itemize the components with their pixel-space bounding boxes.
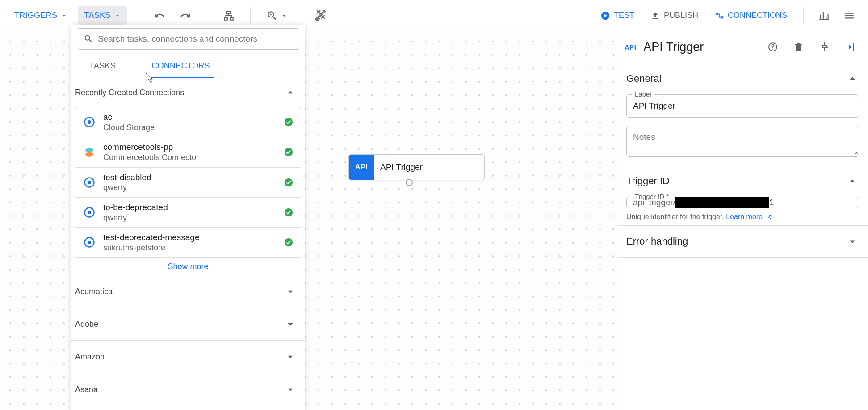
section-title: Error handling bbox=[626, 236, 688, 247]
trigger-id-redacted bbox=[675, 197, 769, 208]
tasks-dropdown[interactable]: TASKS bbox=[78, 6, 126, 25]
gcp-storage-icon bbox=[83, 236, 96, 249]
inspector-panel: API API Trigger General Label Trigger ID bbox=[617, 31, 868, 410]
connection-item[interactable]: commercetools-pp Commercetools Connector bbox=[75, 137, 301, 167]
search-field[interactable] bbox=[77, 28, 299, 50]
layout-button[interactable] bbox=[218, 5, 239, 26]
section-header-trigger-id[interactable]: Trigger ID bbox=[626, 165, 859, 197]
pin-button[interactable] bbox=[815, 38, 834, 56]
chevron-up-icon bbox=[846, 174, 859, 188]
help-button[interactable] bbox=[763, 38, 782, 56]
connection-name: to-be-deprecated bbox=[103, 202, 277, 213]
show-more-link[interactable]: Show more bbox=[168, 262, 208, 272]
trigger-id-helper: Unique identifier for the trigger. Learn… bbox=[626, 213, 859, 221]
gcp-storage-icon bbox=[83, 115, 96, 129]
toolbar-left: TRIGGERS TASKS bbox=[8, 5, 331, 26]
connection-list: ac Cloud Storage commercetools-pp Commer… bbox=[71, 107, 305, 275]
toolbar-divider bbox=[250, 7, 251, 24]
api-badge: API bbox=[625, 43, 636, 51]
section-general: General Label bbox=[617, 63, 868, 165]
magic-button[interactable] bbox=[310, 5, 331, 26]
gcp-storage-icon bbox=[83, 176, 96, 189]
publish-button[interactable]: PUBLISH bbox=[644, 6, 704, 25]
section-title: Recently Created Connections bbox=[75, 88, 184, 97]
svg-point-11 bbox=[88, 241, 91, 244]
connection-subtitle: Commercetools Connector bbox=[103, 152, 277, 163]
status-ok-icon bbox=[284, 237, 294, 247]
connection-name: ac bbox=[103, 112, 277, 123]
diagram-icon bbox=[223, 10, 235, 21]
triggers-label: TRIGGERS bbox=[14, 11, 57, 20]
section-header-error-handling[interactable]: Error handling bbox=[626, 226, 859, 257]
connection-text: test-deprecated-message sukruths-petstor… bbox=[103, 232, 277, 253]
search-input[interactable] bbox=[98, 34, 293, 44]
redo-button[interactable] bbox=[175, 5, 196, 26]
chevron-down-icon bbox=[114, 13, 121, 19]
triggers-dropdown[interactable]: TRIGGERS bbox=[8, 6, 73, 25]
undo-button[interactable] bbox=[149, 5, 170, 26]
connection-text: commercetools-pp Commercetools Connector bbox=[103, 142, 277, 162]
status-ok-icon bbox=[284, 147, 294, 157]
popover-tabs: TASKS CONNECTORS bbox=[71, 55, 305, 78]
pin-icon bbox=[819, 42, 830, 52]
section-trigger-id: Trigger ID Trigger ID * api_trigger/ 1 U… bbox=[617, 165, 868, 225]
group-item[interactable]: Asana bbox=[71, 373, 305, 406]
canvas-node-api-trigger[interactable]: API API Trigger bbox=[348, 154, 485, 180]
connection-subtitle: Cloud Storage bbox=[103, 123, 277, 133]
search-icon bbox=[84, 34, 93, 44]
zoom-controls bbox=[261, 5, 288, 26]
wand-icon bbox=[315, 10, 327, 21]
chevron-down-icon[interactable] bbox=[280, 12, 288, 20]
chevron-up-icon bbox=[846, 72, 859, 85]
toolbar-divider bbox=[803, 7, 804, 24]
notes-field[interactable] bbox=[626, 126, 859, 157]
analytics-button[interactable] bbox=[813, 5, 835, 26]
status-ok-icon bbox=[284, 117, 294, 127]
chevron-down-icon bbox=[284, 351, 297, 363]
node-output-port[interactable] bbox=[406, 179, 413, 186]
trigger-id-field[interactable]: Trigger ID * api_trigger/ 1 bbox=[626, 197, 859, 208]
tab-connectors[interactable]: CONNECTORS bbox=[147, 55, 214, 78]
group-label: Asana bbox=[75, 385, 98, 394]
collapse-panel-button[interactable] bbox=[841, 38, 860, 56]
search-wrap bbox=[77, 28, 299, 50]
test-button[interactable]: TEST bbox=[594, 6, 641, 25]
redo-icon bbox=[180, 10, 191, 21]
collapse-right-icon bbox=[845, 42, 856, 52]
zoom-in-icon bbox=[266, 10, 278, 21]
notes-textarea[interactable] bbox=[627, 126, 859, 155]
connection-item[interactable]: to-be-deprecated qwerty bbox=[75, 198, 301, 228]
status-ok-icon bbox=[284, 178, 294, 187]
section-title: General bbox=[626, 73, 661, 85]
label-field[interactable]: Label bbox=[626, 94, 859, 118]
group-item[interactable]: Amazon bbox=[71, 341, 305, 373]
trash-icon bbox=[793, 42, 804, 52]
group-item[interactable]: Adobe bbox=[71, 308, 305, 341]
connection-item[interactable]: test-deprecated-message sukruths-petstor… bbox=[75, 228, 301, 258]
chevron-up-icon bbox=[284, 86, 297, 99]
connection-item[interactable]: ac Cloud Storage bbox=[75, 107, 301, 137]
delete-button[interactable] bbox=[789, 38, 808, 56]
section-recent-connections[interactable]: Recently Created Connections bbox=[71, 78, 305, 107]
group-item[interactable]: Avalara bbox=[71, 406, 305, 410]
svg-point-8 bbox=[88, 211, 91, 214]
toolbar-divider bbox=[138, 7, 138, 24]
connections-button[interactable]: CONNECTIONS bbox=[708, 6, 793, 25]
group-item[interactable]: Acumatica bbox=[71, 275, 305, 308]
commercetools-icon bbox=[83, 145, 96, 159]
toolbar-divider bbox=[299, 7, 299, 24]
inspector-title: API Trigger bbox=[643, 40, 756, 54]
tab-tasks[interactable]: TASKS bbox=[85, 55, 120, 78]
chart-icon bbox=[818, 10, 830, 21]
connection-name: commercetools-pp bbox=[103, 142, 277, 152]
helper-text: Unique identifier for the trigger. bbox=[626, 213, 724, 220]
section-error-handling: Error handling bbox=[617, 225, 868, 258]
connection-item[interactable]: test-disabled qwerty bbox=[75, 168, 301, 198]
label-input[interactable] bbox=[627, 95, 859, 117]
menu-button[interactable] bbox=[839, 5, 860, 26]
undo-icon bbox=[154, 10, 165, 21]
section-header-general[interactable]: General bbox=[626, 63, 859, 94]
learn-more-link[interactable]: Learn more bbox=[726, 213, 763, 220]
connection-name: test-disabled bbox=[103, 172, 277, 183]
zoom-button[interactable] bbox=[261, 5, 283, 26]
